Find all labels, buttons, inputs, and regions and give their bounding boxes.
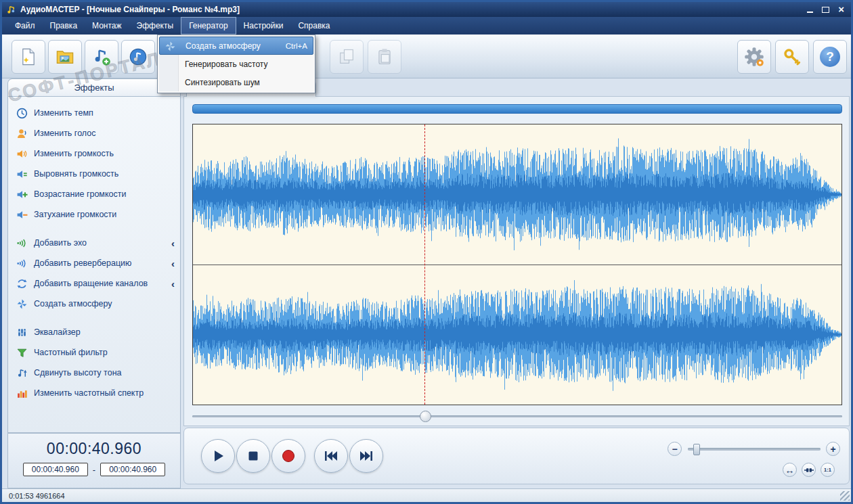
waveform-canvas[interactable] <box>193 124 841 405</box>
effect-add-echo[interactable]: Добавить эхо ‹ <box>8 233 180 253</box>
open-file-button[interactable] <box>48 40 82 74</box>
effect-change-voice[interactable]: Изменить голос <box>8 123 180 143</box>
forward-button[interactable] <box>349 439 383 473</box>
help-icon: ? <box>820 47 840 67</box>
effect-label: Изменить голос <box>34 129 95 138</box>
zoom-slider-track[interactable] <box>688 448 821 451</box>
effect-change-spectrum[interactable]: Изменить частотный спектр <box>8 383 180 403</box>
menu-help[interactable]: Справка <box>290 17 337 35</box>
new-file-icon <box>19 47 38 66</box>
close-button[interactable]: × <box>838 5 844 14</box>
selection-end-field[interactable] <box>100 463 165 476</box>
effect-label: Добавить реверберацию <box>34 258 131 268</box>
record-file-button[interactable] <box>121 40 155 74</box>
actual-scale-button[interactable]: 1:1 <box>821 463 835 477</box>
menu-item-label: Генерировать частоту <box>185 60 267 69</box>
effect-label: Частотный фильтр <box>34 348 108 357</box>
menu-settings[interactable]: Настройки <box>236 17 291 35</box>
time-range-separator: - <box>93 465 95 475</box>
menu-montage[interactable]: Монтаж <box>85 17 129 35</box>
generator-dropdown: Создать атмосферу Ctrl+A Генерировать ча… <box>157 35 315 93</box>
effect-pitch-shift[interactable]: Сдвинуть высоту тона <box>8 363 180 383</box>
menu-item-shortcut: Ctrl+A <box>286 42 307 50</box>
stop-button[interactable] <box>236 439 270 473</box>
effect-change-tempo[interactable]: Изменить темп <box>8 103 180 123</box>
seek-track[interactable] <box>192 415 842 417</box>
rewind-button[interactable] <box>314 439 348 473</box>
menu-effects[interactable]: Эффекты <box>129 17 181 35</box>
settings-button[interactable] <box>737 40 771 74</box>
reverb-icon <box>16 258 28 269</box>
gear-icon <box>744 47 764 67</box>
forward-icon <box>358 448 374 464</box>
zoom-slider-thumb[interactable] <box>693 444 700 455</box>
add-audio-button[interactable] <box>85 40 118 74</box>
time-display: 00:00:40.960 <box>8 440 180 458</box>
effect-equalizer[interactable]: Эквалайзер <box>8 322 180 342</box>
effect-add-channel-rotation[interactable]: Добавить вращение каналов ‹ <box>8 273 180 294</box>
new-file-button[interactable] <box>12 40 45 74</box>
paste-button[interactable] <box>368 40 401 74</box>
help-button[interactable]: ? <box>813 40 847 74</box>
voice-icon <box>16 128 28 139</box>
menu-bar: Файл Правка Монтаж Эффекты Генератор Нас… <box>2 17 851 35</box>
clock-icon <box>16 108 28 119</box>
resize-grip[interactable] <box>840 491 850 501</box>
effect-label: Сдвинуть высоту тона <box>34 368 121 377</box>
volume-icon <box>16 148 28 160</box>
normalize-icon <box>16 168 28 180</box>
record-audio-icon <box>129 47 148 66</box>
menu-file[interactable]: Файл <box>7 17 43 35</box>
menu-item-generate-frequency[interactable]: Генерировать частоту <box>159 55 313 73</box>
chevron-left-icon[interactable]: ‹ <box>171 258 175 269</box>
equalizer-icon <box>16 327 28 338</box>
effect-label: Выровнять громкость <box>34 169 118 179</box>
waveform-view[interactable] <box>192 124 842 405</box>
toolbar: ? <box>2 35 851 78</box>
status-text: 0:01:53 4961664 <box>9 492 65 500</box>
add-audio-icon <box>92 47 111 66</box>
menu-edit[interactable]: Правка <box>43 17 85 35</box>
echo-icon <box>16 237 28 249</box>
seek-thumb[interactable] <box>420 411 431 422</box>
effect-frequency-filter[interactable]: Частотный фильтр <box>8 342 180 363</box>
effect-add-reverb[interactable]: Добавить реверберацию ‹ <box>8 253 180 273</box>
effects-tab[interactable]: Эффекты <box>7 78 181 96</box>
chevron-left-icon[interactable]: ‹ <box>171 238 175 248</box>
effect-label: Добавить эхо <box>34 238 87 248</box>
key-icon <box>783 47 802 66</box>
key-button[interactable] <box>775 40 809 74</box>
effect-create-atmosphere[interactable]: Создать атмосферу <box>8 294 180 314</box>
menu-item-synthesize-noise[interactable]: Синтезировать шум <box>159 73 313 91</box>
playhead-cursor <box>424 124 425 405</box>
open-folder-icon <box>56 47 74 66</box>
effect-fade-out[interactable]: Затухание громкости <box>8 204 180 225</box>
divider <box>8 314 180 322</box>
zoom-out-button[interactable]: − <box>668 442 682 456</box>
fade-out-icon <box>16 209 28 221</box>
zoom-in-button[interactable]: + <box>826 442 840 456</box>
chevron-left-icon[interactable]: ‹ <box>171 279 175 289</box>
record-button[interactable] <box>271 439 305 473</box>
status-bar: 0:01:53 4961664 <box>2 488 851 502</box>
copy-button[interactable] <box>330 40 364 74</box>
time-panel: 00:00:40.960 - <box>7 433 181 488</box>
effect-change-volume[interactable]: Изменить громкость <box>8 143 180 164</box>
effect-label: Изменить громкость <box>34 149 114 158</box>
fit-to-window-button[interactable]: ↔ <box>783 463 797 477</box>
selection-start-field[interactable] <box>23 463 88 476</box>
divider <box>8 225 180 233</box>
effect-label: Возрастание громкости <box>34 189 126 199</box>
effect-normalize-volume[interactable]: Выровнять громкость <box>8 164 180 184</box>
menu-generator[interactable]: Генератор <box>181 17 236 35</box>
minimize-button[interactable] <box>807 6 813 13</box>
seek-slider[interactable] <box>192 409 842 423</box>
menu-item-create-atmosphere[interactable]: Создать атмосферу Ctrl+A <box>159 37 313 55</box>
maximize-button[interactable] <box>822 7 829 13</box>
play-icon <box>211 449 225 463</box>
play-button[interactable] <box>201 439 235 473</box>
menu-item-label: Создать атмосферу <box>185 41 261 51</box>
fit-selection-button[interactable] <box>802 463 816 477</box>
effect-fade-in[interactable]: Возрастание громкости <box>8 184 180 204</box>
overview-bar[interactable] <box>192 104 842 114</box>
